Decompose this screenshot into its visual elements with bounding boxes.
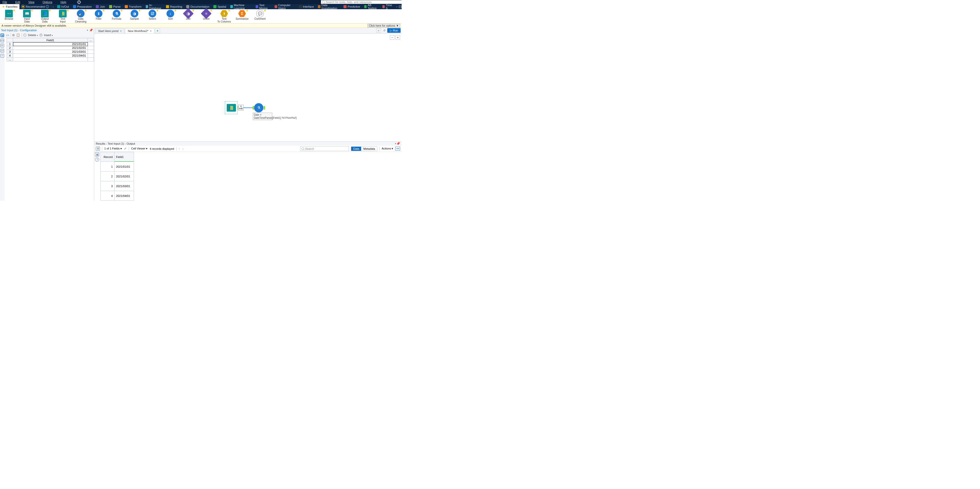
import-button[interactable]: ▭ (6, 33, 9, 37)
results-actions-dropdown[interactable]: Actions ▾ (382, 147, 393, 150)
grid-header-field1[interactable]: Field1 (13, 38, 88, 42)
tool-select[interactable]: ★☑Select (145, 10, 160, 21)
grid-cell[interactable]: 2021/04/01 (13, 54, 88, 57)
grid-cell[interactable]: 2021/03/01 (13, 50, 88, 54)
cell-viewer-dropdown[interactable]: Cell Viewer ▾ (131, 147, 148, 150)
grid-row-header[interactable]: 4 (7, 54, 13, 57)
tabstrip-more-button[interactable]: » (376, 28, 381, 33)
grid-row-header[interactable]: 1 (7, 42, 13, 46)
update-options-button[interactable]: Click here for options ▼ (368, 24, 400, 27)
tool-comment[interactable]: ★💬Comment (253, 10, 267, 21)
results-layout-icon[interactable]: ≣ (96, 147, 100, 151)
results-header-record[interactable]: Record (101, 152, 115, 162)
config-tab-help[interactable]: ? (0, 54, 4, 57)
results-cell-value[interactable]: 2021/02/01 (115, 171, 134, 181)
results-grid[interactable]: Record Field1 12021/01/0122021/02/013202… (100, 152, 134, 201)
config-collapse-button[interactable]: ▾ (87, 29, 88, 32)
tool-text-to-columns[interactable]: ★⫳TextTo Columns (217, 10, 232, 23)
results-cell-record[interactable]: 2 (101, 171, 115, 181)
category-parse[interactable]: Parse (107, 4, 123, 9)
textinput-grid[interactable]: Field1… 12021/01/0122021/02/0132021/03/0… (7, 38, 94, 62)
insert-button[interactable]: Insert ▾ (44, 33, 53, 37)
results-header-field1[interactable]: Field1 (115, 152, 134, 162)
input-port[interactable] (253, 106, 254, 110)
tab-close-button[interactable]: × (150, 29, 151, 33)
tool-union[interactable]: ★≡Union (199, 10, 214, 21)
category-favorites[interactable]: ★ Favorites (0, 4, 19, 9)
category-time-s[interactable]: Time S (380, 4, 395, 9)
category-scroll-right[interactable]: › (395, 5, 399, 8)
tool-formula[interactable]: ★⚗Formula (109, 10, 124, 21)
results-view-grid[interactable]: ▦ (95, 152, 99, 156)
paste-button[interactable]: 📋 (16, 33, 20, 37)
category-preparation[interactable]: Preparation (71, 4, 94, 9)
results-cell-value[interactable]: 2021/01/01 (115, 162, 134, 171)
menu-help[interactable]: Help (60, 0, 66, 3)
config-tab-annotation[interactable]: ⟳ (0, 44, 4, 48)
menu-file[interactable]: File (3, 0, 7, 3)
copy-button[interactable]: ⧉ (12, 33, 14, 37)
category-in-database[interactable]: In-Database (144, 4, 164, 9)
results-view-help[interactable]: ? (95, 157, 99, 162)
global-search[interactable]: Search for tools, help, and resources (321, 0, 402, 4)
globe-icon[interactable] (77, 0, 81, 4)
results-next-button[interactable]: ↓ (182, 147, 184, 151)
tool-sample[interactable]: ★◑Sample (127, 10, 142, 21)
results-cell-record[interactable]: 4 (101, 191, 115, 201)
category-predictive[interactable]: Predictive (341, 4, 362, 9)
category-spatial[interactable]: Spatial (211, 4, 228, 9)
canvas-node-formula[interactable]: ⚗ (254, 103, 263, 113)
grid-row-header[interactable]: 2 (7, 46, 13, 50)
results-cell-value[interactable]: 2021/03/01 (115, 181, 134, 191)
workflow-tab[interactable]: Start Here.yxmd× (95, 28, 124, 33)
config-tab-xml[interactable]: </> (0, 39, 4, 42)
toggle-metadata[interactable]: Metadata (361, 147, 377, 151)
category-transform[interactable]: Transform (123, 4, 144, 9)
category-computer-vision[interactable]: Computer Vision (272, 4, 297, 9)
results-settings-button[interactable]: ••• (395, 147, 400, 151)
tool-sort[interactable]: ★↕Sort (163, 10, 178, 21)
category-scroll-left[interactable]: ‹ (51, 5, 55, 8)
tool-output-data[interactable]: ★📘OutputData (37, 10, 52, 23)
output-port[interactable] (264, 106, 265, 110)
workflow-tab[interactable]: New Workflow2*× (125, 28, 154, 33)
category-ab-testing[interactable]: AB Testing (362, 4, 380, 9)
tool-data-cleansing[interactable]: ★🧹DataCleansing (73, 10, 88, 23)
results-cell-value[interactable]: 2021/04/01 (115, 191, 134, 201)
tool-join[interactable]: ★◑Join (181, 10, 196, 21)
category-join[interactable]: Join (94, 4, 107, 9)
tool-summarize[interactable]: ★ΣSummarize (235, 10, 250, 21)
results-pin-button[interactable]: 📌 (396, 142, 400, 145)
tab-close-button[interactable]: × (120, 29, 121, 33)
category-text-mining[interactable]: Text Mining (254, 4, 272, 9)
canvas-node-text-input[interactable]: 📗 (225, 102, 238, 114)
delete-button[interactable]: Delete ▾ (28, 33, 38, 37)
config-pin-button[interactable]: 📌 (89, 29, 93, 32)
category-interface[interactable]: Interface (297, 4, 316, 9)
results-cell-record[interactable]: 3 (101, 181, 115, 191)
results-cell-record[interactable]: 1 (101, 162, 115, 171)
workflow-canvas[interactable]: − + 📗 4 44b ⚗ Date = DateTimeParse([Fiel… (94, 33, 402, 141)
grid-cell[interactable]: 2021/02/01 (13, 46, 88, 50)
toggle-data[interactable]: Data (351, 147, 361, 151)
grid-add-row[interactable]: … (7, 57, 13, 62)
tool-input-data[interactable]: ★📖InputData (19, 10, 34, 23)
zoom-in-button[interactable]: + (396, 35, 400, 40)
run-history-button[interactable]: ↺ (382, 28, 387, 33)
grid-add-column[interactable]: … (88, 38, 94, 42)
menu-options[interactable]: Options (43, 0, 52, 3)
category-reporting[interactable]: Reporting (164, 4, 185, 9)
category-recommended[interactable]: Recommended i (19, 4, 51, 9)
category-machine-learning[interactable]: Machine Learning (228, 4, 254, 9)
menu-view[interactable]: View (29, 0, 35, 3)
results-prev-button[interactable]: ↑ (178, 147, 180, 151)
category-add[interactable]: + (399, 5, 402, 8)
grid-cell[interactable]: 2021/01/01 (13, 42, 88, 46)
config-tab-grid[interactable]: ▦ (0, 33, 4, 37)
results-search[interactable]: Search (300, 146, 349, 151)
new-workflow-tab[interactable]: + (155, 28, 160, 33)
grid-row-header[interactable]: 3 (7, 50, 13, 54)
category-data-investigation[interactable]: Data Investigation (316, 4, 341, 9)
category-in-out[interactable]: In/Out (55, 4, 71, 9)
results-fields-dropdown[interactable]: 1 of 1 Fields ▾ (104, 147, 122, 150)
